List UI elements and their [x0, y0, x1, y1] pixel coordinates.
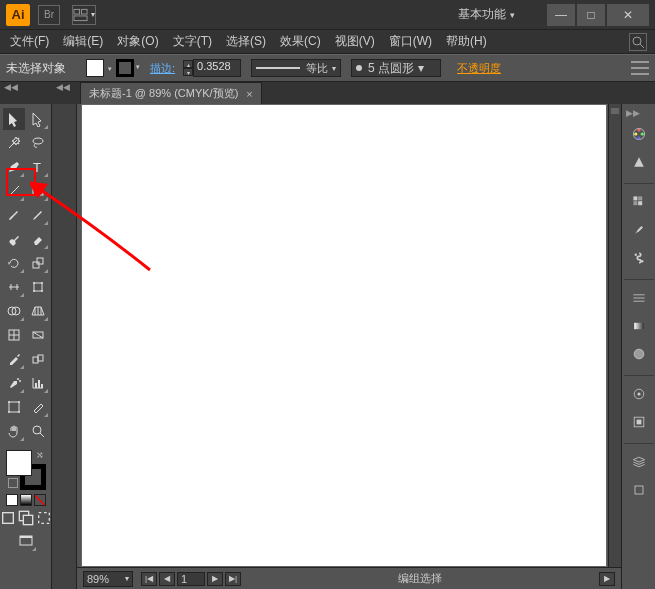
- line-tool[interactable]: [3, 180, 25, 202]
- minimize-button[interactable]: —: [547, 4, 575, 26]
- rectangle-tool[interactable]: [27, 180, 49, 202]
- close-button[interactable]: ✕: [607, 4, 649, 26]
- pen-tool[interactable]: [3, 156, 25, 178]
- bridge-button[interactable]: Br: [38, 5, 60, 25]
- svg-rect-47: [634, 323, 644, 329]
- svg-rect-24: [35, 383, 37, 388]
- pencil-tool[interactable]: [27, 204, 49, 226]
- collapse-left-icon[interactable]: ◀◀: [4, 82, 18, 92]
- status-bar: 89%▾ |◀ ◀ 1 ▶ ▶| 编组选择 ▶: [77, 567, 621, 589]
- appearance-panel-icon[interactable]: [627, 382, 651, 406]
- maximize-button[interactable]: □: [577, 4, 605, 26]
- swatches-panel-icon[interactable]: [627, 190, 651, 214]
- arrange-documents-dropdown[interactable]: [72, 5, 96, 25]
- color-guide-panel-icon[interactable]: [627, 150, 651, 174]
- artboard-tool[interactable]: [3, 396, 25, 418]
- zoom-tool[interactable]: [27, 420, 49, 442]
- graphic-styles-panel-icon[interactable]: [627, 410, 651, 434]
- artboard-canvas[interactable]: [81, 104, 607, 567]
- fill-swatch[interactable]: ▾: [86, 59, 104, 77]
- stroke-panel-icon[interactable]: [627, 286, 651, 310]
- brushes-panel-icon[interactable]: [627, 218, 651, 242]
- symbols-panel-icon[interactable]: [627, 246, 651, 270]
- menu-help[interactable]: 帮助(H): [440, 31, 493, 52]
- mesh-tool[interactable]: [3, 324, 25, 346]
- slice-tool[interactable]: [27, 396, 49, 418]
- eraser-tool[interactable]: [27, 228, 49, 250]
- magic-wand-tool[interactable]: [3, 132, 25, 154]
- last-artboard-button[interactable]: ▶|: [225, 572, 241, 586]
- color-panel-icon[interactable]: [627, 122, 651, 146]
- gradient-panel-icon[interactable]: [627, 314, 651, 338]
- artboards-panel-icon[interactable]: [627, 478, 651, 502]
- document-tab[interactable]: 未标题-1 @ 89% (CMYK/预览) ×: [80, 82, 262, 104]
- menu-file[interactable]: 文件(F): [4, 31, 55, 52]
- color-mode-none[interactable]: [34, 494, 46, 506]
- shape-builder-tool[interactable]: [3, 300, 25, 322]
- fill-stroke-toggle[interactable]: ⤭: [6, 450, 46, 490]
- swap-fill-stroke-icon[interactable]: ⤭: [36, 450, 44, 460]
- eyedropper-tool[interactable]: [3, 348, 25, 370]
- variable-width-dropdown[interactable]: 等比▾: [251, 59, 341, 77]
- menu-view[interactable]: 视图(V): [329, 31, 381, 52]
- scale-tool[interactable]: [27, 252, 49, 274]
- menu-effect[interactable]: 效果(C): [274, 31, 327, 52]
- svg-rect-41: [633, 196, 637, 200]
- perspective-grid-tool[interactable]: [27, 300, 49, 322]
- selection-tool[interactable]: [3, 108, 25, 130]
- next-artboard-button[interactable]: ▶: [207, 572, 223, 586]
- brush-profile-dropdown[interactable]: 5 点圆形▾: [351, 59, 441, 77]
- expand-panels-icon[interactable]: ▶▶: [626, 108, 640, 118]
- svg-rect-42: [638, 196, 642, 200]
- menu-select[interactable]: 选择(S): [220, 31, 272, 52]
- brush-tool[interactable]: [3, 204, 25, 226]
- opacity-label[interactable]: 不透明度: [457, 61, 501, 76]
- layers-panel-icon[interactable]: [627, 450, 651, 474]
- draw-normal[interactable]: [0, 510, 16, 526]
- blend-tool[interactable]: [27, 348, 49, 370]
- graph-tool[interactable]: [27, 372, 49, 394]
- svg-point-15: [41, 290, 43, 292]
- control-menu[interactable]: [631, 61, 649, 75]
- svg-rect-35: [20, 536, 32, 538]
- draw-behind[interactable]: [18, 510, 34, 526]
- panel-collapse-handles: ◀◀ ◀◀: [4, 82, 76, 92]
- close-tab-icon[interactable]: ×: [246, 88, 252, 100]
- menu-window[interactable]: 窗口(W): [383, 31, 438, 52]
- workspace-switcher[interactable]: 基本功能: [458, 6, 515, 23]
- lasso-tool[interactable]: [27, 132, 49, 154]
- artboard-number-field[interactable]: 1: [177, 572, 205, 586]
- default-fill-stroke-icon[interactable]: [8, 478, 18, 488]
- rotate-tool[interactable]: [3, 252, 25, 274]
- transparency-panel-icon[interactable]: [627, 342, 651, 366]
- zoom-dropdown[interactable]: 89%▾: [83, 571, 133, 587]
- symbol-sprayer-tool[interactable]: [3, 372, 25, 394]
- type-tool[interactable]: T: [27, 156, 49, 178]
- screen-mode-button[interactable]: [15, 530, 37, 552]
- first-artboard-button[interactable]: |◀: [141, 572, 157, 586]
- search-icon[interactable]: [629, 33, 647, 51]
- menu-type[interactable]: 文字(T): [167, 31, 218, 52]
- menu-object[interactable]: 对象(O): [111, 31, 164, 52]
- status-dropdown[interactable]: ▶: [599, 572, 615, 586]
- width-tool[interactable]: [3, 276, 25, 298]
- free-transform-tool[interactable]: [27, 276, 49, 298]
- svg-point-37: [637, 128, 640, 131]
- draw-inside[interactable]: [36, 510, 52, 526]
- stroke-weight-input[interactable]: ▴▾ 0.3528: [183, 59, 241, 77]
- gradient-tool[interactable]: [27, 324, 49, 346]
- direct-selection-tool[interactable]: [27, 108, 49, 130]
- svg-line-29: [40, 433, 44, 437]
- stroke-label[interactable]: 描边:: [150, 61, 175, 76]
- collapse-right-icon[interactable]: ◀◀: [56, 82, 70, 92]
- stroke-swatch[interactable]: ▾: [116, 59, 134, 77]
- prev-artboard-button[interactable]: ◀: [159, 572, 175, 586]
- menu-edit[interactable]: 编辑(E): [57, 31, 109, 52]
- blob-brush-tool[interactable]: [3, 228, 25, 250]
- menubar: 文件(F) 编辑(E) 对象(O) 文字(T) 选择(S) 效果(C) 视图(V…: [0, 30, 655, 54]
- collapsed-panel-gutter[interactable]: [52, 104, 77, 589]
- color-mode-solid[interactable]: [6, 494, 18, 506]
- vertical-scrollbar[interactable]: [608, 104, 621, 567]
- hand-tool[interactable]: [3, 420, 25, 442]
- color-mode-gradient[interactable]: [20, 494, 32, 506]
